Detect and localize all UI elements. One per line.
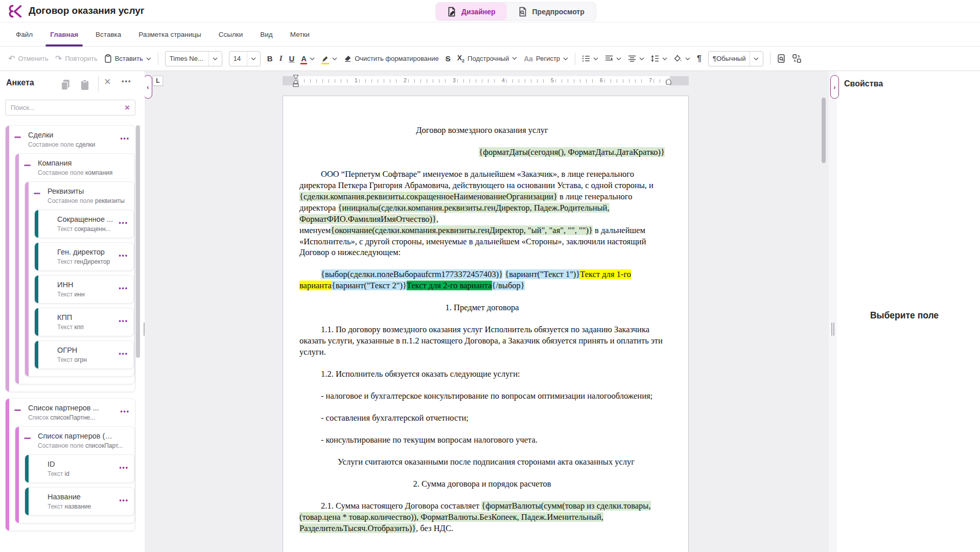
tree-item[interactable]: КППТекст кпп••• <box>34 308 134 336</box>
tab-marks[interactable]: Метки <box>282 22 318 46</box>
choice-token[interactable]: {выбор(сделки.полеВыбораufcrm17733724574… <box>321 269 503 279</box>
tree-item[interactable]: СделкиСоставное поле сделки•••КомпанияСо… <box>5 125 135 392</box>
tree-item-header[interactable]: КомпанияСоставное поле компания <box>15 154 134 181</box>
tree-item[interactable]: НазваниеТекст название••• <box>25 487 134 516</box>
tree-item-menu-button[interactable]: ••• <box>119 252 128 259</box>
tab-home[interactable]: Главная <box>41 22 87 46</box>
template-field-token[interactable]: {сделки.компания.реквизиты.сокращенноеНа… <box>299 192 557 201</box>
doc-text-run: - составления бухгалтерской отчетности; <box>321 413 469 423</box>
tree-item[interactable]: IDТекст id••• <box>25 454 134 483</box>
tab-links[interactable]: Ссылки <box>210 22 252 46</box>
toolbar-divider <box>158 53 158 65</box>
tree-item-header[interactable]: ИННТекст инн••• <box>35 275 133 303</box>
indent-marker[interactable] <box>293 75 299 88</box>
tree-item-header[interactable]: IDТекст id••• <box>25 455 134 482</box>
tree-item[interactable]: Список партнеров (UF_...Составное поле с… <box>15 426 135 523</box>
template-field-token[interactable]: {инициалы(сделки.компания.реквизиты.генД… <box>299 203 610 224</box>
tree-item-header[interactable]: НазваниеТекст название••• <box>25 488 134 515</box>
choice-token[interactable]: {/выбор} <box>492 281 525 290</box>
shading-button[interactable] <box>674 55 690 62</box>
paste-button[interactable]: Вставить <box>104 54 151 63</box>
collapse-sidebar-pill[interactable]: ‹ <box>145 75 152 99</box>
line-spacing-button[interactable] <box>651 55 667 62</box>
tree-item[interactable]: Ген. директорТекст генДиректор••• <box>34 242 134 271</box>
designer-mode-button[interactable]: Дизайнер <box>436 3 507 20</box>
chevron-down-icon <box>593 57 598 60</box>
template-field-token[interactable]: {форматДаты(сегодня(), ФорматДаты.ДатаКр… <box>479 147 665 157</box>
paragraph-style-select[interactable]: ¶Обычный <box>708 51 763 66</box>
tree-item[interactable]: ОГРНТекст огрн••• <box>34 340 134 369</box>
tree-item-menu-button[interactable]: ••• <box>119 219 128 226</box>
redo-button[interactable]: ↷ Повторить <box>55 55 98 63</box>
tree-item[interactable]: РеквизитыСоставное поле реквизитыСокраще… <box>25 181 134 377</box>
tree-item-menu-button[interactable]: ••• <box>120 135 130 142</box>
tab-file[interactable]: Файл <box>7 22 41 46</box>
subscript-button[interactable]: X2 Подстрочный <box>457 54 517 63</box>
collapse-dash-icon[interactable] <box>34 193 40 194</box>
bold-button[interactable]: B <box>267 54 273 63</box>
collapse-dash-icon[interactable] <box>24 438 31 439</box>
more-options-icon[interactable]: ••• <box>122 77 132 85</box>
tree-item-menu-button[interactable]: ••• <box>119 285 128 292</box>
case-button[interactable]: Aa Регистр <box>524 55 568 63</box>
collapse-dash-icon[interactable] <box>14 409 21 411</box>
tree-item-header[interactable]: РеквизитыСоставное поле реквизиты <box>25 182 134 210</box>
indent-button[interactable] <box>605 55 621 62</box>
tab-view[interactable]: Вид <box>251 22 281 46</box>
numbered-list-button[interactable] <box>582 55 598 62</box>
document-page[interactable]: Договор возмездного оказания услуг{форма… <box>283 96 689 552</box>
tree-item-menu-button[interactable]: ••• <box>119 317 128 325</box>
alignment-button[interactable] <box>628 55 644 62</box>
copy-icon[interactable] <box>60 79 71 90</box>
sidebar-scrollbar[interactable] <box>136 125 140 358</box>
variant-2-text[interactable]: Текст для 2-го варианта <box>407 281 492 290</box>
collapse-dash-icon[interactable] <box>24 165 31 166</box>
tree-item[interactable]: Сокращенное ...Текст сокращенн...••• <box>34 210 134 238</box>
highlight-color-button[interactable] <box>321 55 337 62</box>
tree-item-menu-button[interactable]: ••• <box>119 497 129 504</box>
tree-item-header[interactable]: Список партнеров ...Список списокПартне.… <box>6 399 135 426</box>
preview-mode-button[interactable]: Предпросмотр <box>507 3 596 20</box>
underline-button[interactable]: U <box>289 54 294 63</box>
font-family-select[interactable]: Times Ne... <box>165 51 222 66</box>
doc-text-run: Услуги считаются оказанными после подпис… <box>338 457 635 467</box>
tree-item-menu-button[interactable]: ••• <box>119 464 129 471</box>
show-marks-button[interactable]: ¶ <box>697 54 702 63</box>
properties-resize-handle[interactable] <box>831 323 835 336</box>
tab-insert[interactable]: Вставка <box>87 22 130 46</box>
close-icon[interactable]: × <box>104 75 111 88</box>
tree-item[interactable]: ИННТекст инн••• <box>34 275 134 304</box>
search-input[interactable] <box>11 104 125 111</box>
italic-button[interactable]: I <box>279 54 283 63</box>
font-size-select[interactable]: 14 <box>229 51 261 66</box>
right-indent-marker[interactable] <box>666 78 671 85</box>
choice-token[interactable]: {вариант("Текст 1")} <box>505 269 580 279</box>
document-scrollbar[interactable] <box>822 98 826 163</box>
field-codes-toggle-button[interactable] <box>792 54 801 63</box>
clear-search-icon[interactable]: × <box>125 103 130 113</box>
tree-item-header[interactable]: КППТекст кпп••• <box>35 308 133 336</box>
tree-item-header[interactable]: СделкиСоставное поле сделки••• <box>6 126 135 153</box>
tree-item-menu-button[interactable]: ••• <box>119 350 128 357</box>
undo-button[interactable]: ↶ Отменить <box>8 55 49 63</box>
clear-formatting-button[interactable]: Очистить форматирование <box>344 55 439 62</box>
tree-item[interactable]: Список партнеров ...Список списокПартне.… <box>5 398 135 531</box>
tree-item[interactable]: КомпанияСоставное поле компанияРеквизиты… <box>15 153 135 384</box>
collapse-dash-icon[interactable] <box>14 136 21 138</box>
font-color-button[interactable]: A <box>301 54 315 63</box>
tab-page-layout[interactable]: Разметка страницы <box>130 22 209 46</box>
template-field-token[interactable]: {окончание(сделки.компания.реквизиты.ген… <box>331 225 593 235</box>
tree-item-header[interactable]: Сокращенное ...Текст сокращенн...••• <box>35 210 133 238</box>
find-in-document-button[interactable] <box>777 54 786 63</box>
tree-item-menu-button[interactable]: ••• <box>120 408 130 415</box>
tab-stop-selector[interactable]: L <box>153 76 163 86</box>
doc-paragraph: ООО “Перпетум Софтваре” именуемое в даль… <box>299 169 665 259</box>
tree-item-header[interactable]: ОГРНТекст огрн••• <box>35 341 133 369</box>
paste-clipboard-icon[interactable] <box>80 79 90 90</box>
tree-item-header[interactable]: Ген. директорТекст генДиректор••• <box>35 243 133 270</box>
strikethrough-button[interactable]: S <box>446 54 451 63</box>
collapse-properties-pill[interactable]: › <box>830 75 839 99</box>
doc-text-run: - налоговое и бухгалтерское консультиров… <box>321 391 652 401</box>
choice-token[interactable]: {вариант("Текст 2")} <box>332 281 407 290</box>
tree-item-header[interactable]: Список партнеров (UF_...Составное поле с… <box>15 427 134 454</box>
